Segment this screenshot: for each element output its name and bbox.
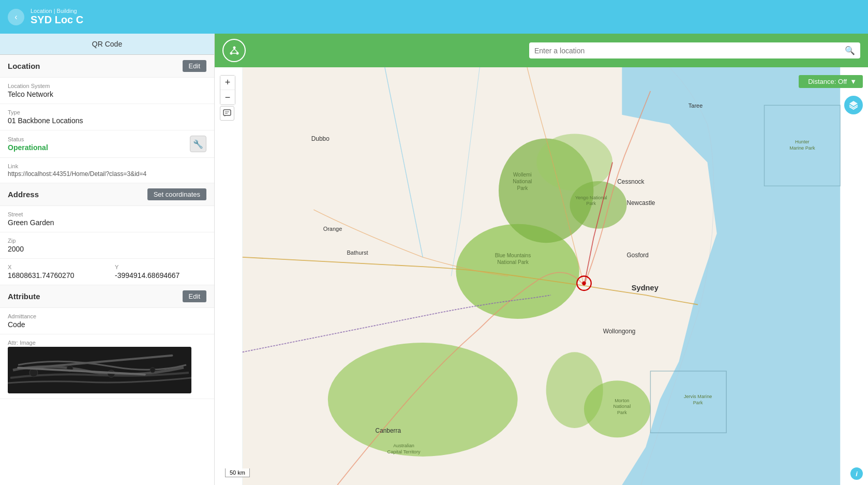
attr-image-field: Attr: Image xyxy=(0,334,214,399)
location-section-header: Location Edit xyxy=(0,55,214,78)
map-scale: 50 km xyxy=(225,468,250,477)
street-field: Street Green Garden xyxy=(0,206,214,232)
distance-control[interactable]: Distance: Off ▼ xyxy=(799,75,863,88)
header-subtitle: Location | Building xyxy=(31,8,83,14)
svg-point-3 xyxy=(108,370,115,377)
svg-point-5 xyxy=(233,46,235,49)
qr-code-section: QR Code xyxy=(0,34,214,55)
svg-text:Australian: Australian xyxy=(393,443,414,448)
svg-text:Dubbo: Dubbo xyxy=(311,135,330,142)
location-section-title: Location xyxy=(8,62,40,70)
svg-point-7 xyxy=(236,52,238,54)
cable-image xyxy=(8,347,191,393)
address-section-header: Address Set coordinates xyxy=(0,183,214,206)
y-field: Y -3994914.68694667 xyxy=(107,259,214,285)
scale-label: 50 km xyxy=(230,469,245,476)
svg-text:Marine Park: Marine Park xyxy=(789,145,815,151)
admittance-field: Admittance Code xyxy=(0,308,214,334)
attr-image-label: Attr: Image xyxy=(8,340,206,346)
svg-text:Cessnock: Cessnock xyxy=(617,178,644,185)
location-edit-button[interactable]: Edit xyxy=(183,60,206,72)
type-field: Type 01 Backbone Locations xyxy=(0,104,214,130)
attr-image-box xyxy=(8,347,191,393)
link-field: Link https://localhost:44351/Home/Detail… xyxy=(0,158,214,183)
set-coordinates-button[interactable]: Set coordinates xyxy=(147,188,206,200)
svg-text:Park: Park xyxy=(617,410,627,415)
location-search-input[interactable] xyxy=(534,47,845,55)
svg-line-9 xyxy=(234,49,237,52)
map-tool-button[interactable] xyxy=(220,106,234,121)
map-logo xyxy=(222,39,246,62)
type-value: 01 Backbone Locations xyxy=(8,116,206,125)
sidebar: QR Code Location Edit Location System Te… xyxy=(0,34,215,485)
wrench-button[interactable]: 🔧 xyxy=(190,136,206,152)
svg-text:Newcastle: Newcastle xyxy=(627,199,655,207)
distance-label: Distance: Off xyxy=(808,78,847,85)
svg-point-6 xyxy=(230,52,232,54)
layers-icon xyxy=(848,100,859,110)
svg-point-48 xyxy=(582,282,586,285)
y-value: -3994914.68694667 xyxy=(115,271,206,280)
zoom-in-button[interactable]: + xyxy=(220,76,235,90)
attribute-section-header: Attribute Edit xyxy=(0,285,214,308)
qr-code-label: QR Code xyxy=(92,40,122,48)
street-label: Street xyxy=(8,211,206,217)
street-value: Green Garden xyxy=(8,218,206,227)
distance-dropdown-icon: ▼ xyxy=(850,78,857,85)
network-icon xyxy=(228,45,241,57)
status-label: Status xyxy=(8,136,48,142)
link-value: https://localhost:44351/Home/Detail?clas… xyxy=(8,170,206,178)
svg-text:Blue Mountains: Blue Mountains xyxy=(495,253,531,258)
cable-svg xyxy=(8,347,191,393)
location-search-box[interactable]: 🔍 xyxy=(529,42,860,58)
svg-text:Gosford: Gosford xyxy=(627,252,649,259)
back-button[interactable]: ‹ xyxy=(8,9,24,25)
header-title: Location | Building SYD Loc C xyxy=(31,8,83,26)
svg-text:Wollemi: Wollemi xyxy=(513,172,532,178)
x-value: 16808631.74760270 xyxy=(8,271,99,280)
info-button[interactable]: i xyxy=(850,467,863,480)
zoom-out-button[interactable]: − xyxy=(220,90,235,105)
zip-row: Zip 2000 xyxy=(0,232,214,259)
map-svg: Dubbo Orange Bathurst Cessnock Newcastle… xyxy=(215,67,868,485)
svg-point-14 xyxy=(328,343,518,457)
zip-value: 2000 xyxy=(8,245,206,253)
svg-text:Park: Park xyxy=(517,185,528,191)
x-label: X xyxy=(8,264,99,270)
search-icon: 🔍 xyxy=(845,46,855,55)
admittance-value: Code xyxy=(8,320,206,329)
location-system-value: Telco Network xyxy=(8,90,206,98)
map-background: Dubbo Orange Bathurst Cessnock Newcastle… xyxy=(215,67,868,485)
svg-text:Canberra: Canberra xyxy=(376,427,401,434)
map-topbar: 🔍 xyxy=(215,34,868,67)
svg-text:Jervis Marine: Jervis Marine xyxy=(684,394,712,399)
svg-text:Bathurst: Bathurst xyxy=(347,249,368,256)
svg-text:National: National xyxy=(513,179,532,184)
attribute-edit-button[interactable]: Edit xyxy=(183,290,206,302)
svg-line-8 xyxy=(231,49,234,52)
svg-rect-49 xyxy=(223,110,231,115)
svg-text:Capital Territory: Capital Territory xyxy=(387,449,421,454)
coordinates-row: X 16808631.74760270 Y -3994914.68694667 xyxy=(0,259,214,285)
app-header: ‹ Location | Building SYD Loc C xyxy=(0,0,868,34)
status-field: Status Operational xyxy=(8,136,48,152)
location-system-field: Location System Telco Network xyxy=(0,78,214,104)
svg-text:Morton: Morton xyxy=(615,398,630,403)
svg-text:Sydney: Sydney xyxy=(632,284,659,292)
svg-point-4 xyxy=(150,368,155,373)
location-system-label: Location System xyxy=(8,83,206,89)
svg-text:Wollongong: Wollongong xyxy=(603,328,636,335)
x-field: X 16808631.74760270 xyxy=(0,259,107,285)
admittance-label: Admittance xyxy=(8,313,206,319)
map-container[interactable]: 🔍 xyxy=(215,34,868,485)
layer-button[interactable] xyxy=(844,96,863,114)
info-icon: i xyxy=(856,470,858,478)
zoom-controls: + − xyxy=(220,75,235,105)
svg-text:National: National xyxy=(613,404,631,409)
svg-point-17 xyxy=(570,181,627,229)
link-label: Link xyxy=(8,163,206,169)
svg-text:Yengo National: Yengo National xyxy=(575,195,607,200)
y-label: Y xyxy=(115,264,206,270)
zip-label: Zip xyxy=(8,238,206,244)
status-value: Operational xyxy=(8,143,48,152)
